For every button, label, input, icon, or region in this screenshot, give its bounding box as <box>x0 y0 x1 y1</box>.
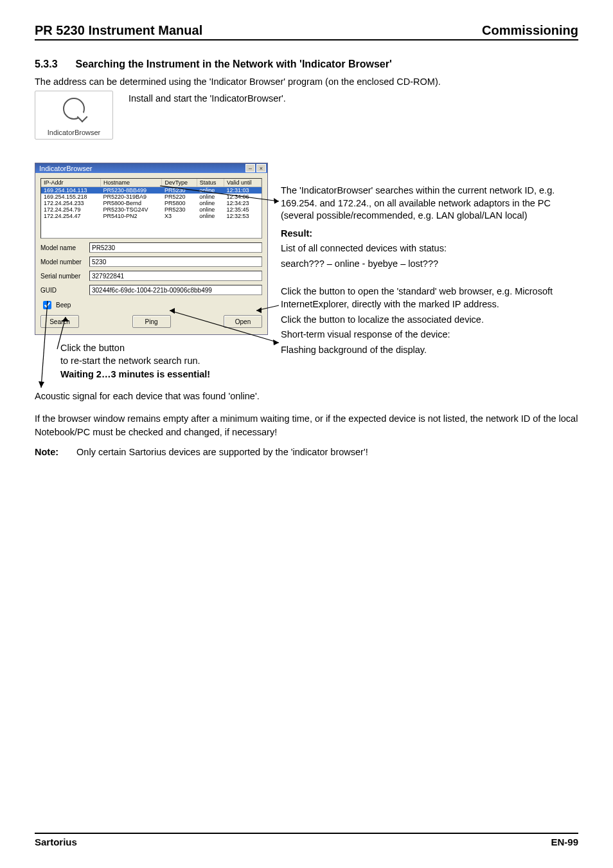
cell-valid: 12:31:03 <box>224 187 262 194</box>
device-listview[interactable]: IP-Addr Hostname DevType Status Valid un… <box>40 178 262 239</box>
install-line: Install and start the 'IndicatorBrowser'… <box>129 91 286 104</box>
col-type[interactable]: DevType <box>162 179 197 187</box>
note-label: Note: <box>35 446 58 459</box>
cell-status: online <box>197 187 224 194</box>
cell-status: online <box>197 213 224 219</box>
intro-text: The address can be determined using the … <box>35 77 578 87</box>
cell-host: PR5230-TSG24V <box>100 206 161 213</box>
cell-ip: 172.24.254.79 <box>41 206 100 213</box>
cell-valid: 12:32:53 <box>224 213 262 219</box>
page-footer: Sartorius EN-99 <box>35 833 578 847</box>
svg-marker-5 <box>273 339 279 345</box>
beep-label: Beep <box>56 302 71 309</box>
manual-title: PR 5230 Instrument Manual <box>35 23 202 38</box>
cell-ip: 169.254.155.218 <box>41 194 100 200</box>
open-button[interactable]: Open <box>224 315 262 328</box>
table-row[interactable]: 169.254.104.113 PR5230-8BB499 PR5230 onl… <box>41 187 262 194</box>
callout-line2: to re-start the network search run. <box>60 354 268 367</box>
ping-button[interactable]: Ping <box>132 315 171 328</box>
beep-checkbox[interactable] <box>43 301 51 309</box>
table-row[interactable]: 172.24.254.233 PR5800-Bernd PR5800 onlin… <box>41 200 262 206</box>
search-button[interactable]: Search <box>40 315 79 328</box>
cell-host: PR5230-8BB499 <box>100 187 161 194</box>
section-heading: 5.3.3 Searching the Instrument in the Ne… <box>35 59 578 70</box>
desktop-icon-label: IndicatorBrowser <box>48 129 101 136</box>
cell-ip: 172.24.254.47 <box>41 213 100 219</box>
right-p1: The 'IndicatorBrowser' searches within t… <box>281 185 578 222</box>
chapter-title: Commissioning <box>482 23 578 38</box>
page-header: PR 5230 Instrument Manual Commissioning <box>35 23 578 41</box>
model-number-label: Model number <box>40 258 85 266</box>
program-icon <box>63 98 85 120</box>
cell-ip: 169.254.104.113 <box>41 187 100 194</box>
right-p3: search??? – online - byebye – lost??? <box>281 258 578 271</box>
window-title: IndicatorBrowser <box>39 165 93 172</box>
callout-line1: Click the button <box>60 341 268 354</box>
serial-label: Serial number <box>40 273 85 280</box>
col-host[interactable]: Hostname <box>100 179 161 187</box>
cell-ip: 172.24.254.233 <box>41 200 100 206</box>
guid-label: GUID <box>40 287 85 294</box>
table-row[interactable]: 169.254.155.218 PR5220-319BA9 PR5220 onl… <box>41 194 262 200</box>
search-callout: Click the button to re-start the network… <box>60 341 268 381</box>
close-button[interactable]: × <box>256 164 266 172</box>
cell-type: PR5230 <box>162 187 197 194</box>
callout-line3: Waiting 2…3 minutes is essential! <box>60 368 268 381</box>
right-p2: List of all connected devices with statu… <box>281 242 578 255</box>
cell-type: PR5220 <box>162 194 197 200</box>
cell-type: PR5230 <box>162 206 197 213</box>
section-number: 5.3.3 <box>35 59 58 70</box>
cell-status: online <box>197 194 224 200</box>
right-p6: Short-term visual response of the device… <box>281 329 578 341</box>
footer-left: Sartorius <box>35 836 77 847</box>
serial-field[interactable] <box>89 271 262 281</box>
cell-valid: 12:35:45 <box>224 206 262 213</box>
model-name-field[interactable] <box>89 242 262 253</box>
section-title: Searching the Instrument in the Network … <box>76 59 392 70</box>
window-titlebar: IndicatorBrowser – × <box>35 163 267 173</box>
right-p5: Click the button to localize the associa… <box>281 314 578 327</box>
footer-right: EN-99 <box>551 836 578 847</box>
cell-host: PR5410-PN2 <box>100 213 161 219</box>
table-row[interactable]: 172.24.254.47 PR5410-PN2 X3 online 12:32… <box>41 213 262 219</box>
after-p2: If the browser window remains empty afte… <box>35 412 578 439</box>
col-status[interactable]: Status <box>197 179 224 187</box>
after-p1: Acoustic signal for each device that was… <box>35 390 578 403</box>
model-name-label: Model name <box>40 244 85 251</box>
guid-field[interactable] <box>89 285 262 295</box>
cell-valid: 12:34:23 <box>224 200 262 206</box>
col-ip[interactable]: IP-Addr <box>41 179 100 187</box>
cell-type: PR5800 <box>162 200 197 206</box>
indicator-browser-desktop-icon[interactable]: IndicatorBrowser <box>35 91 113 140</box>
cell-status: online <box>197 206 224 213</box>
svg-marker-10 <box>39 381 44 388</box>
cell-type: X3 <box>162 213 197 219</box>
cell-valid: 12:34:06 <box>224 194 262 200</box>
col-valid[interactable]: Valid until <box>224 179 262 187</box>
indicator-browser-window: IndicatorBrowser – × IP-Addr Hostname De… <box>35 163 268 335</box>
result-label: Result: <box>281 228 578 240</box>
minimize-button[interactable]: – <box>245 164 255 172</box>
model-number-field[interactable] <box>89 257 262 267</box>
note-text: Only certain Sartorius devices are suppo… <box>76 446 368 459</box>
svg-marker-1 <box>274 198 279 204</box>
cell-host: PR5220-319BA9 <box>100 194 161 200</box>
right-p4: Click the button to open the 'standard' … <box>281 285 578 311</box>
table-row[interactable]: 172.24.254.79 PR5230-TSG24V PR5230 onlin… <box>41 206 262 213</box>
cell-status: online <box>197 200 224 206</box>
cell-host: PR5800-Bernd <box>100 200 161 206</box>
right-p7: Flashing background of the display. <box>281 344 578 357</box>
